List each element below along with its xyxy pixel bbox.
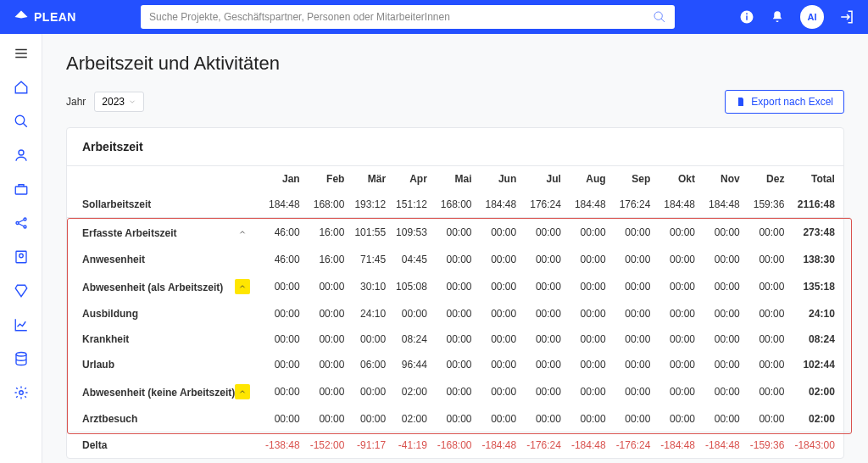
row-label: Krankheit: [67, 326, 260, 352]
cell: 00:00: [432, 377, 477, 406]
brand-logo[interactable]: PLEAN: [14, 9, 76, 25]
cell: 00:00: [521, 247, 566, 272]
cell: 00:00: [260, 326, 305, 352]
month-header: Aug: [566, 166, 611, 192]
month-header: Feb: [305, 166, 350, 192]
cell: 176:24: [521, 192, 566, 218]
cell: 00:00: [305, 326, 350, 352]
cell: 00:00: [745, 377, 790, 406]
cell: -184:48: [477, 432, 522, 459]
cell: 00:00: [305, 301, 350, 326]
chevron-up-icon[interactable]: [235, 384, 250, 399]
person-icon[interactable]: [14, 148, 29, 163]
cell: 00:00: [611, 301, 656, 326]
cell: 193:12: [349, 192, 391, 218]
cell: 00:00: [566, 247, 611, 272]
cell: 08:24: [391, 326, 432, 352]
cell: 02:00: [789, 406, 849, 432]
cell: 00:00: [655, 352, 700, 377]
cell: -184:48: [700, 432, 745, 459]
home-icon[interactable]: [14, 80, 29, 95]
export-excel-button[interactable]: Export nach Excel: [725, 90, 844, 114]
cell: 00:00: [611, 326, 656, 352]
database-icon[interactable]: [14, 351, 29, 366]
cell: 109:53: [391, 218, 432, 248]
cell: 00:00: [655, 326, 700, 352]
cell: -159:36: [745, 432, 790, 459]
cell: 00:00: [700, 272, 745, 301]
cell: 00:00: [432, 301, 477, 326]
year-select[interactable]: 2023: [94, 92, 144, 112]
row-label: Abwesenheit (als Arbeitszeit): [67, 272, 260, 301]
search-icon[interactable]: [14, 114, 29, 129]
cell: 00:00: [745, 218, 790, 248]
row-label: Sollarbeitszeit: [67, 192, 260, 218]
cell: 00:00: [611, 272, 656, 301]
export-label: Export nach Excel: [751, 96, 833, 108]
cell: 00:00: [477, 326, 522, 352]
cell: 00:00: [655, 377, 700, 406]
cell: 30:10: [349, 272, 391, 301]
cell: 00:00: [566, 301, 611, 326]
hamburger-icon[interactable]: [14, 46, 29, 61]
table-row: Arztbesuch00:0000:0000:0002:0000:0000:00…: [67, 406, 850, 432]
cell: 105:08: [391, 272, 432, 301]
info-icon[interactable]: [739, 9, 754, 25]
share-icon[interactable]: [14, 215, 29, 231]
month-header: Jul: [521, 166, 566, 192]
cell: 273:48: [789, 218, 849, 248]
chevron-up-icon[interactable]: [235, 279, 250, 294]
cell: 16:00: [305, 247, 350, 272]
cell: 02:00: [391, 377, 432, 406]
cell: -138:48: [260, 432, 305, 459]
worktime-table: JanFebMärAprMaiJunJulAugSepOktNovDezTota…: [67, 166, 850, 458]
cell: 151:12: [391, 192, 432, 218]
user-avatar[interactable]: AI: [800, 5, 824, 29]
table-row: Abwesenheit (als Arbeitszeit)00:0000:003…: [67, 272, 850, 301]
cell: 00:00: [745, 301, 790, 326]
cell: 00:00: [305, 272, 350, 301]
cell: 00:00: [566, 406, 611, 432]
cell: 00:00: [477, 377, 522, 406]
cell: 00:00: [566, 352, 611, 377]
global-search[interactable]: [141, 5, 675, 29]
logout-icon[interactable]: [839, 9, 854, 25]
cell: 159:36: [745, 192, 790, 218]
file-icon: [736, 97, 746, 107]
cell: 00:00: [521, 406, 566, 432]
cell: 00:00: [477, 301, 522, 326]
chevron-up-icon[interactable]: [235, 225, 250, 240]
search-input[interactable]: [149, 11, 653, 23]
contact-icon[interactable]: [14, 249, 29, 265]
cell: 176:24: [611, 192, 656, 218]
cell: 00:00: [260, 377, 305, 406]
cell: -184:48: [566, 432, 611, 459]
table-row: Abwesenheit (keine Arbeitszeit)00:0000:0…: [67, 377, 850, 406]
cell: 00:00: [477, 247, 522, 272]
cell: 00:00: [477, 218, 522, 248]
cell: 00:00: [521, 272, 566, 301]
svg-point-0: [654, 12, 662, 20]
briefcase-icon[interactable]: [14, 181, 29, 197]
cell: 00:00: [305, 406, 350, 432]
chart-icon[interactable]: [14, 317, 29, 332]
page-title: Arbeitszeit und Aktivitäten: [66, 53, 844, 75]
cell: 00:00: [700, 326, 745, 352]
cell: 168:00: [305, 192, 350, 218]
month-header: Okt: [655, 166, 700, 192]
cell: 00:00: [260, 301, 305, 326]
cell: 00:00: [611, 377, 656, 406]
cell: 00:00: [349, 406, 391, 432]
cell: 184:48: [566, 192, 611, 218]
gear-icon[interactable]: [14, 385, 29, 400]
worktime-card: Arbeitszeit JanFebMärAprMaiJunJulAugSepO…: [66, 127, 844, 459]
diamond-icon[interactable]: [14, 283, 29, 298]
cell: -176:24: [521, 432, 566, 459]
svg-rect-2: [746, 16, 748, 20]
cell: 00:00: [745, 272, 790, 301]
bell-icon[interactable]: [770, 9, 785, 25]
svg-point-8: [24, 218, 26, 220]
year-value: 2023: [102, 96, 125, 108]
cell: -91:17: [349, 432, 391, 459]
month-header: Nov: [700, 166, 745, 192]
